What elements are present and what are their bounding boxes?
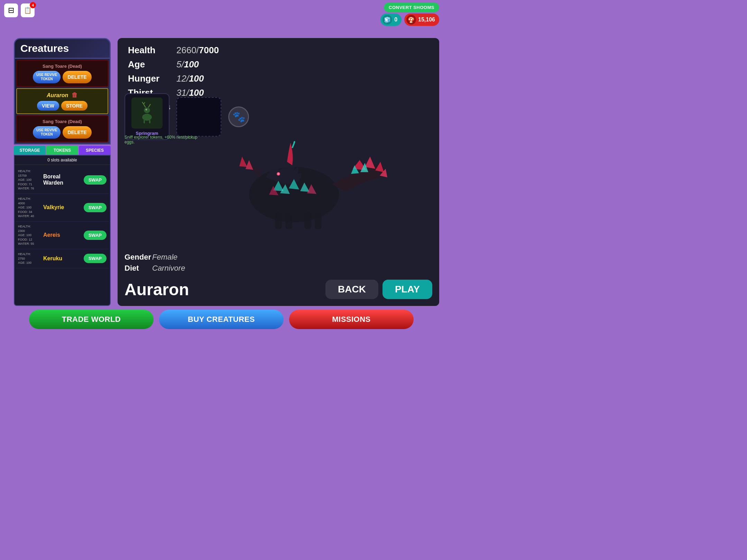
tab-storage[interactable]: STORAGE [14,146,46,155]
creature-card-auraron: Auraron 🗑 VIEW STORE [16,88,108,114]
revive-button-2[interactable]: USE REVIVETOKEN [33,126,61,139]
svg-point-31 [277,173,279,175]
svg-rect-25 [285,214,292,229]
shoom-amount: 15,106 [418,17,435,23]
card-buttons-1: USE REVIVETOKEN DELETE [20,71,104,83]
notification-icon[interactable]: 📋 4 [21,3,35,17]
svg-rect-26 [304,212,311,229]
svg-point-2 [144,108,150,113]
back-button[interactable]: BACK [325,280,378,299]
storage-name-1: BorealWarden [43,174,81,186]
notification-badge: 4 [30,2,36,8]
creatures-title: Creatures [20,43,104,54]
currency-row: 🧊 0 🍄 15,106 [380,13,439,26]
storage-stats-1: HEALTH:15759AGE: 100FOOD: 71WATER: 76 [18,169,40,191]
creature-name-1: Sang Toare (Dead) [20,64,104,69]
svg-rect-24 [275,212,282,229]
swap-button-1[interactable]: SWAP [84,175,107,185]
list-item: HEALTH:2300AGE: 100FOOD: 12WATER: 55 Aer… [16,222,109,249]
tab-tokens[interactable]: TOKENS [46,146,78,155]
top-right-panel: CONVERT SHOOMS 🧊 0 🍄 15,106 [380,3,439,26]
roblox-icon[interactable]: ⊟ [4,3,18,17]
gender-diet-section: Gender Female Diet Carnivore [124,253,185,275]
age-row: Age 5/100 [128,59,429,70]
tabs-row: STORAGE TOKENS SPECIES [14,146,111,155]
age-max: 100 [184,59,199,69]
age-value: 5/100 [176,59,199,70]
diet-row: Diet Carnivore [124,264,185,273]
springram-image [131,97,163,129]
view-button-auraron[interactable]: VIEW [37,101,59,111]
storage-list: HEALTH:15759AGE: 100FOOD: 71WATER: 76 Bo… [15,165,110,305]
creature-display [173,69,439,278]
buy-creatures-button[interactable]: BUY CREATURES [159,310,284,329]
storage-name-4: Keruku [43,255,81,262]
health-value: 2660/7000 [176,45,219,56]
storage-stats-2: HEALTH:4000AGE: 100FOOD: 34WATER: 40 [18,197,40,218]
svg-marker-13 [365,157,375,169]
creature-cards-section: Sang Toare (Dead) USE REVIVETOKEN DELETE… [14,59,111,144]
storage-name-2: Valkyrie [43,204,81,211]
token-currency: 🧊 0 [380,13,402,26]
left-panel: Creatures Sang Toare (Dead) USE REVIVETO… [14,38,111,306]
top-bar: ⊟ 📋 4 [0,0,443,21]
card-buttons-2: USE REVIVETOKEN DELETE [20,126,104,139]
storage-stats-3: HEALTH:2300AGE: 100FOOD: 12WATER: 55 [18,224,40,246]
gender-row: Gender Female [124,253,185,262]
store-button-auraron[interactable]: STORE [61,101,87,111]
creature-name-display: Auraron [124,280,189,299]
auraron-svg [211,101,401,246]
trade-world-button[interactable]: TRADE WORLD [29,310,154,329]
token-icon: 🧊 [382,15,392,25]
springram-svg [133,99,161,127]
storage-name-3: Aereis [43,232,81,238]
slots-info: 0 slots available [15,156,110,165]
swap-button-4[interactable]: SWAP [84,254,107,263]
health-label: Health [128,45,176,56]
tab-species[interactable]: SPECIES [79,146,111,155]
token-amount: 0 [394,17,397,23]
delete-button-1[interactable]: DELETE [63,71,91,83]
list-item: HEALTH:15759AGE: 100FOOD: 71WATER: 76 Bo… [16,166,109,194]
creature-name-2: Sang Toare (Dead) [20,119,104,124]
gender-value: Female [152,253,177,262]
creature-card-1: Sang Toare (Dead) USE REVIVETOKEN DELETE [16,60,108,87]
health-current: 2660 [176,45,196,55]
token-card-springram: Springram [124,93,169,140]
swap-button-2[interactable]: SWAP [84,203,107,212]
shoom-icon: 🍄 [406,15,416,25]
age-current: 5 [176,59,181,69]
creatures-header: Creatures [14,38,111,59]
age-label: Age [128,59,176,70]
swap-button-3[interactable]: SWAP [84,231,107,240]
bottom-nav: TRADE WORLD BUY CREATURES MISSIONS [0,307,443,332]
delete-button-2[interactable]: DELETE [63,126,91,139]
list-item: HEALTH:2750AGE: 100 Keruku SWAP [16,249,109,268]
svg-rect-4 [149,120,150,123]
shoom-currency: 🍄 15,106 [404,13,439,26]
list-item: HEALTH:4000AGE: 100FOOD: 34WATER: 40 Val… [16,194,109,222]
creature-card-2: Sang Toare (Dead) USE REVIVETOKEN DELETE [16,115,108,142]
storage-stats-4: HEALTH:2750AGE: 100 [18,252,40,265]
hunger-label: Hunger [128,73,176,84]
action-buttons: BACK PLAY [325,280,432,299]
health-row: Health 2660/7000 [128,45,429,56]
main-panel: Health 2660/7000 Age 5/100 Hunger 12/100… [118,38,439,306]
storage-panel: 0 slots available HEALTH:15759AGE: 100FO… [14,155,111,306]
svg-point-10 [146,109,147,110]
card-buttons-auraron: VIEW STORE [20,101,104,111]
svg-rect-27 [315,214,322,229]
diet-value: Carnivore [152,264,185,273]
delete-icon-auraron[interactable]: 🗑 [72,92,78,99]
svg-point-1 [142,114,152,121]
convert-shooms-button[interactable]: CONVERT SHOOMS [384,3,439,12]
creature-name-auraron: Auraron 🗑 [20,92,104,99]
missions-button[interactable]: MISSIONS [289,310,414,329]
diet-label: Diet [124,264,152,273]
health-max: 7000 [199,45,219,55]
revive-button-1[interactable]: USE REVIVETOKEN [33,71,61,83]
gender-label: Gender [124,253,152,262]
svg-rect-3 [144,120,145,123]
play-button[interactable]: PLAY [382,280,432,299]
